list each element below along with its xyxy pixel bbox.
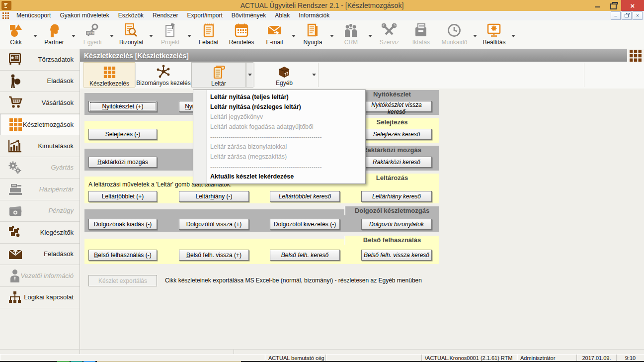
tab-keszletkezeles[interactable]: Készletkezelés (83, 62, 135, 88)
selejtezes-button[interactable]: Selejtezés (-) (88, 129, 157, 140)
leltartobblet-button[interactable]: Leltártöbblet (+) (88, 191, 157, 202)
dolgozotol-kivezetes-button[interactable]: Dolgozótól kivezetés (-) (270, 219, 340, 230)
tab-bizomanyos-kezeles[interactable]: Bizományos kezelés (136, 62, 191, 88)
sidebar-item-logikai-kapcsolat[interactable]: Logikai kapcsolat (0, 287, 80, 309)
belso-felh-vissza-kereso-button[interactable]: Belső felh. vissza kereső (361, 250, 432, 261)
shopping-cart-icon (8, 95, 23, 109)
status-date: 2017.01.09. (576, 355, 616, 362)
sidebar-item-torzsadatok[interactable]: Törzsadatok (0, 49, 80, 71)
menu-bovitmenyek[interactable]: Bővítmények (227, 11, 270, 20)
notepad-icon (203, 22, 215, 38)
sidebar-item-keszletmozgasok[interactable]: Készletmozgások (0, 114, 80, 136)
menu-bar: Menücsoport Gyakori műveletek Eszközök R… (0, 11, 644, 21)
toolbar-cikk-button[interactable]: Cikk (0, 20, 32, 49)
monitor-gear-icon (486, 22, 501, 38)
partner-dropdown-arrow[interactable] (70, 20, 77, 49)
mdi-window-controls: – × (611, 11, 643, 20)
app-window: ACTUAL Ügyviteli Rendszer 2.1 - [Készlet… (0, 0, 644, 362)
toolbar-rendeles-button[interactable]: Rendelés (225, 20, 259, 49)
status-bar: ACTUAL bemutató cég \ACTUAL.Kronos0001 (… (0, 354, 644, 362)
dolgozoi-bizonylatok-button[interactable]: Dolgozói bizonylatok (361, 219, 432, 230)
sidebar-item-kiegeszitok[interactable]: Kiegészítők (0, 222, 80, 244)
menu-informaciok[interactable]: Információk (294, 11, 334, 20)
raktarkozi-mozgas-button[interactable]: Raktárközi mozgás (88, 157, 157, 168)
belso-felh-vissza-button[interactable]: Belső felh. vissza (+) (179, 250, 249, 261)
close-button[interactable]: × (621, 0, 644, 11)
mdi-minimize-button[interactable]: – (611, 11, 621, 20)
menu-item-leltar-nyitasa-teljes[interactable]: Leltár nyitása (teljes leltár) (193, 92, 365, 102)
sidebar-item-kimutatasok[interactable]: Kimutatások (0, 135, 80, 157)
toolbar-email-button[interactable]: E-mail (258, 20, 290, 49)
tab-egyeb[interactable]: Egyéb (258, 62, 310, 88)
grid-icon (103, 65, 116, 80)
toolbar-partner-button[interactable]: Partner (38, 20, 70, 49)
sidebar-item-hazipenztar: Házipénztár (0, 179, 80, 200)
grid-icon (8, 117, 22, 131)
tab-strip: Készletkezelés Bizományos kezelés Leltár… (80, 62, 644, 89)
sidebar-item-feladasok[interactable]: Feladások (0, 244, 80, 266)
toolbar-beallitas-button[interactable]: Beállítás (478, 20, 510, 49)
egyedi-dropdown-arrow[interactable] (108, 20, 115, 49)
mdi-close-button[interactable]: × (633, 11, 643, 20)
document-pin-icon (164, 22, 177, 38)
menu-eszkozok[interactable]: Eszközök (114, 11, 148, 20)
menu-item-leltar-zarasa-bizonylatokkal: Leltár zárása bizonylatokkal (193, 142, 365, 152)
projekt-dropdown-arrow[interactable] (186, 20, 193, 49)
title-bar: ACTUAL Ügyviteli Rendszer 2.1 - [Készlet… (0, 0, 644, 11)
grid-menu-icon[interactable] (627, 49, 644, 62)
safe-icon (8, 52, 22, 66)
egyeb-dropdown-arrow[interactable] (310, 62, 318, 88)
archive-icon (414, 22, 428, 38)
sidebar-item-vasarlasok[interactable]: Vásárlások (0, 92, 80, 114)
org-tree-icon (8, 290, 22, 304)
cikk-dropdown-arrow[interactable] (32, 20, 38, 49)
sidebar: Törzsadatok Eladások Vásárlások Készletm… (0, 49, 80, 354)
menu-item-leltar-nyitasa-reszleges[interactable]: Leltár nyitása (részleges leltár) (193, 102, 365, 112)
dolgozotol-vissza-button[interactable]: Dolgozótól vissza (+) (179, 219, 249, 230)
status-empty-segment (325, 355, 421, 362)
belso-felh-kereso-button[interactable]: Belső felh. kereső (270, 250, 340, 261)
restore-button[interactable] (605, 0, 621, 11)
nyugta-dropdown-arrow[interactable] (328, 20, 335, 49)
minimize-button[interactable] (589, 0, 605, 11)
mdi-restore-icon (625, 14, 629, 17)
bizonylat-dropdown-arrow[interactable] (148, 20, 155, 49)
toolbar-feladat-button[interactable]: Feladat (193, 20, 225, 49)
section-title: Belső felhasználás (344, 236, 439, 245)
raktarkozi-kereso-button[interactable]: Raktárközi kereső (361, 157, 432, 168)
menu-export-import[interactable]: Export/import (182, 11, 227, 20)
bar-chart-icon (8, 139, 22, 153)
mdi-restore-button[interactable] (622, 11, 632, 20)
toolbar-nyugta-button[interactable]: Nyugta (297, 20, 328, 49)
keszlet-exportalas-button: Készlet exportálás (88, 275, 157, 286)
menu-gyakori-muveletek[interactable]: Gyakori műveletek (55, 11, 113, 20)
nyitokeszlet-plusz-button[interactable]: Nyitókészlet (+) (88, 101, 157, 112)
sidebar-item-eladasok[interactable]: Eladások (0, 71, 80, 92)
email-dropdown-arrow[interactable] (290, 20, 297, 49)
envelope-icon (267, 22, 282, 38)
toolbar-bizonylat-button[interactable]: Bizonylat (115, 20, 148, 49)
tab-leltar[interactable]: Leltár (191, 62, 246, 88)
selejtezes-kereso-button[interactable]: Selejtezés kereső (361, 129, 432, 140)
document-search-icon (124, 22, 138, 38)
menu-rendszer[interactable]: Rendszer (148, 11, 182, 20)
leltartobblet-kereso-button[interactable]: Leltártöbblet kereső (270, 191, 340, 202)
network-icon (157, 64, 170, 79)
belso-felhasznalas-button[interactable]: Belső felhasználás (-) (88, 250, 157, 261)
menu-item-leltar-zarasa-megszakitas: Leltár zárása (megszakítás) (193, 152, 365, 162)
gears-icon (8, 161, 22, 175)
crm-dropdown-arrow[interactable] (367, 20, 373, 49)
nyitokeszlet-vissza-kereso-button[interactable]: Nyitókészlet vissza kereső (361, 101, 432, 112)
menu-item-leltari-jegyzokonyv: Leltári jegyzőkönyv (193, 112, 365, 122)
beallitas-dropdown-arrow[interactable] (510, 20, 516, 49)
menu-menucsoport[interactable]: Menücsoport (12, 11, 55, 20)
munkaido-dropdown-arrow[interactable] (472, 20, 478, 49)
menu-item-aktualis-keszlet-lekerdezese[interactable]: Aktuális készlet lekérdezése (193, 172, 365, 181)
leltarhiany-kereso-button[interactable]: Leltárhiány kereső (361, 191, 432, 202)
dolgozonak-kiadas-button[interactable]: Dolgozónak kiadás (-) (88, 219, 157, 230)
menu-ablak[interactable]: Ablak (270, 11, 294, 20)
toolbar-projekt-button: Projekt (155, 20, 186, 49)
menu-separator: ----------------------------------------… (193, 132, 365, 142)
leltar-dropdown-arrow[interactable] (246, 62, 253, 88)
leltarhiany-button[interactable]: Leltárhiány (-) (179, 191, 249, 202)
